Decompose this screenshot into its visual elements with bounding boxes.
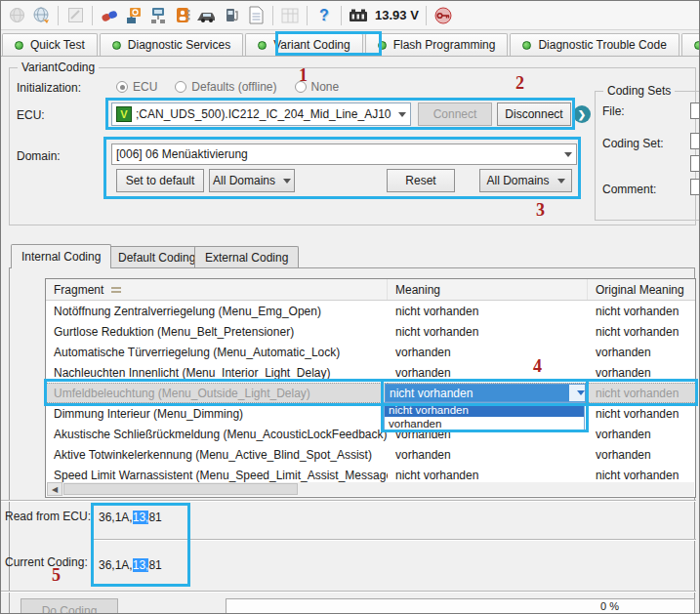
table-row[interactable]: Notöffnung Zentralverriegelung (Menu_Emg… bbox=[46, 301, 695, 321]
tab-default-coding[interactable]: Default Coding bbox=[107, 246, 206, 268]
chevron-down-icon bbox=[398, 112, 406, 117]
divider bbox=[1, 591, 696, 593]
do-coding-button[interactable]: Do Coding bbox=[21, 598, 118, 614]
tab-diagnostic-trouble-code[interactable]: Diagnostic Trouble Code bbox=[510, 33, 679, 56]
help-icon[interactable]: ? bbox=[314, 6, 334, 25]
meaning-value-combobox[interactable]: nicht vorhanden bbox=[385, 384, 586, 402]
pill-icon[interactable] bbox=[100, 6, 119, 25]
toolbar-separator bbox=[341, 6, 342, 25]
car-icon[interactable] bbox=[197, 6, 217, 25]
fragment-table: Fragment Meaning Original Meaning Notöff… bbox=[45, 278, 696, 498]
radio-defaults-offline[interactable]: Defaults (offline) bbox=[175, 80, 276, 94]
annotation-number-2: 2 bbox=[515, 73, 524, 94]
table-row[interactable]: Aktive Totwinkelerkennung (Menu_Active_B… bbox=[46, 444, 695, 465]
tab-label: Variant Coding bbox=[273, 38, 350, 52]
file-field[interactable] bbox=[690, 102, 700, 119]
ecu-combobox[interactable]: V ;CAN_UDS_500).IC212_IC_204_Mid_Line_AJ… bbox=[111, 102, 411, 126]
table-row-selected[interactable]: Umfeldbeleuchtung (Menu_Outside_Light_De… bbox=[46, 383, 695, 403]
divider bbox=[1, 500, 696, 502]
chevron-down-icon bbox=[557, 179, 565, 184]
tab-quick-test[interactable]: Quick Test bbox=[2, 33, 98, 56]
toolbar-separator bbox=[58, 6, 59, 25]
tab-internal-coding[interactable]: Internal Coding bbox=[11, 244, 111, 268]
ecu-value: ;CAN_UDS_500).IC212_IC_204_Mid_Line_AJ10 bbox=[136, 107, 391, 121]
toolbar-separator bbox=[92, 6, 93, 25]
tab-label: Quick Test bbox=[30, 38, 85, 52]
radio-ecu[interactable]: ECU bbox=[116, 80, 157, 94]
radio-defaults-icon bbox=[175, 81, 186, 93]
fuel-pump-icon[interactable] bbox=[222, 6, 241, 25]
current-coding-value[interactable]: 36,1A,13,81 bbox=[99, 558, 162, 572]
ecu-variant-icon: V bbox=[116, 106, 132, 122]
connect-button[interactable]: Connect bbox=[418, 102, 492, 126]
battery-voltage: 13.93 V bbox=[375, 8, 419, 22]
document-icon[interactable] bbox=[246, 6, 266, 25]
horizontal-scrollbar[interactable]: ◀ bbox=[47, 482, 694, 496]
table-row[interactable]: Automatische Türverriegelung (Menu_Autom… bbox=[46, 342, 695, 362]
annotation-number-1: 1 bbox=[299, 65, 308, 86]
column-header-meaning[interactable]: Meaning bbox=[388, 279, 588, 300]
main-toolbar: ? 13.93 V bbox=[1, 1, 700, 30]
reset-button[interactable]: Reset bbox=[387, 169, 455, 192]
status-led-icon bbox=[378, 41, 387, 50]
current-coding-label: Current Coding: bbox=[5, 555, 88, 569]
all-domains-dropdown-left[interactable]: All Domains bbox=[209, 169, 295, 192]
radio-ecu-icon bbox=[116, 81, 128, 93]
table-row[interactable]: Gurtlose Reduktion (Menu_Belt_Pretension… bbox=[46, 321, 695, 342]
coding-set-field[interactable] bbox=[690, 133, 700, 149]
key-icon[interactable] bbox=[433, 6, 453, 25]
toolbar-separator bbox=[426, 6, 427, 25]
tab-label: Diagnostic Trouble Code bbox=[538, 38, 666, 52]
domain-combobox[interactable]: [006] 06 Menüaktivierung bbox=[111, 143, 577, 165]
tab-flash-programming[interactable]: Flash Programming bbox=[365, 33, 509, 56]
tab-external-coding[interactable]: External Coding bbox=[194, 246, 299, 268]
status-led-icon bbox=[112, 41, 121, 50]
domain-label: Domain: bbox=[17, 149, 61, 163]
status-led-icon bbox=[522, 41, 531, 50]
annotation-number-3: 3 bbox=[536, 200, 545, 221]
coding-set-field-2[interactable] bbox=[690, 155, 700, 172]
coding-set-label: Coding Set: bbox=[602, 137, 664, 150]
meaning-dropdown-list: nicht vorhanden vorhanden bbox=[384, 402, 585, 431]
initialization-label: Initialization: bbox=[17, 81, 81, 95]
all-domains-dropdown-right[interactable]: All Domains bbox=[479, 169, 572, 192]
dropdown-option-nicht-vorhanden[interactable]: nicht vorhanden bbox=[385, 403, 584, 417]
scroll-left-arrow-icon[interactable]: ◀ bbox=[47, 482, 62, 496]
selected-byte: 13, bbox=[133, 511, 149, 524]
globe-sync-icon[interactable] bbox=[31, 6, 51, 25]
network-monitor-icon[interactable] bbox=[148, 6, 168, 25]
annotation-number-4: 4 bbox=[533, 356, 542, 377]
tab-label: Flash Programming bbox=[393, 38, 496, 52]
expand-arrow-button[interactable]: ❯ bbox=[573, 105, 591, 123]
coding-progress-bar: 0 % bbox=[226, 598, 695, 614]
coding-sets-title: Coding Sets bbox=[603, 84, 675, 98]
address-book-icon[interactable] bbox=[173, 6, 192, 25]
table-row[interactable]: Akustische Schließrückmeldung (Menu_Acou… bbox=[46, 424, 695, 444]
selected-byte: 13, bbox=[133, 558, 149, 572]
file-label: File: bbox=[602, 104, 625, 118]
table-row[interactable]: Dimmung Interieur (Menu_Dimming) nicht v… bbox=[46, 403, 695, 424]
divider bbox=[94, 539, 696, 541]
read-from-ecu-value[interactable]: 36,1A,13,81 bbox=[99, 511, 162, 524]
monitor-power-icon[interactable] bbox=[124, 6, 144, 25]
group-title: VariantCoding bbox=[18, 61, 99, 74]
comment-label: Comment: bbox=[602, 183, 656, 196]
column-header-fragment[interactable]: Fragment bbox=[46, 279, 388, 300]
variant-coding-window: ? 13.93 V Quick Test Diagnostic Services… bbox=[0, 0, 700, 614]
tab-label: Diagnostic Services bbox=[128, 38, 230, 52]
chevron-down-icon bbox=[569, 385, 585, 401]
dropdown-option-vorhanden[interactable]: vorhanden bbox=[385, 417, 584, 430]
table-row[interactable]: Nachleuchten Innenlicht (Menu_Interior_L… bbox=[46, 362, 695, 383]
domain-value: [006] 06 Menüaktivierung bbox=[116, 147, 248, 161]
comment-field[interactable] bbox=[690, 179, 700, 195]
column-header-original-meaning[interactable]: Original Meaning bbox=[588, 279, 695, 300]
tab-diagnostic-services[interactable]: Diagnostic Services bbox=[100, 33, 243, 56]
scrollbar-thumb[interactable] bbox=[63, 483, 298, 495]
main-tabbar: Quick Test Diagnostic Services Variant C… bbox=[1, 31, 700, 57]
set-to-default-button[interactable]: Set to default bbox=[116, 169, 204, 192]
toolbar-separator bbox=[307, 6, 308, 25]
disconnect-button[interactable]: Disconnect bbox=[497, 102, 571, 126]
tab-variant-coding[interactable]: Variant Coding bbox=[245, 33, 363, 56]
annotation-number-5: 5 bbox=[52, 565, 61, 586]
tab-data-display[interactable]: Data Display / I bbox=[681, 33, 700, 56]
